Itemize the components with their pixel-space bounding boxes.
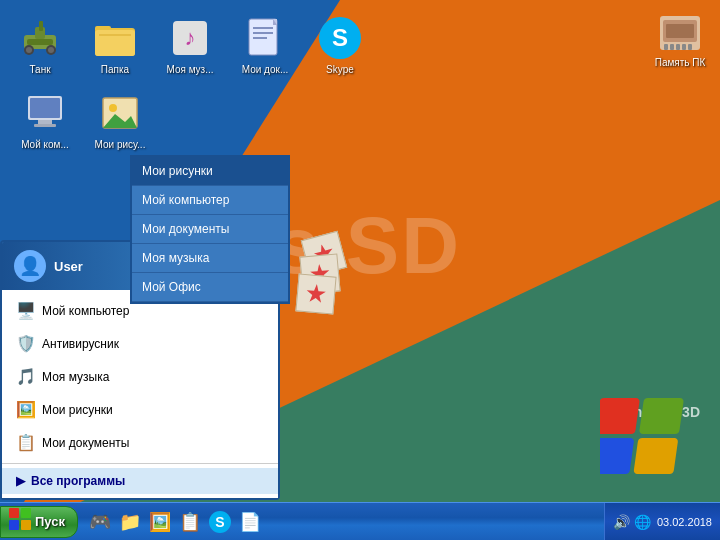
antivirus-icon: 🛡️ — [16, 334, 36, 353]
start-button-label: Пуск — [35, 514, 65, 529]
icon-folder-label: Папка — [101, 64, 129, 75]
svg-rect-38 — [38, 120, 52, 124]
svg-rect-17 — [95, 30, 135, 56]
desktop: ows SD Windows 3D — [0, 0, 720, 540]
svg-rect-34 — [682, 44, 686, 50]
svg-rect-30 — [666, 24, 694, 38]
svg-rect-25 — [253, 37, 267, 39]
svg-rect-35 — [688, 44, 692, 50]
icon-tank-label: Танк — [29, 64, 50, 75]
svg-rect-45 — [21, 508, 31, 518]
pictures-item-icon: 🖼️ — [16, 400, 36, 419]
svg-rect-23 — [253, 27, 273, 29]
svg-rect-10 — [39, 21, 43, 31]
system-clock: 03.02.2018 — [657, 516, 712, 528]
desktop-icons-top: Танк Папка ♪ Моя муз... — [0, 5, 380, 84]
svg-rect-33 — [676, 44, 680, 50]
svg-point-42 — [109, 104, 117, 112]
start-button[interactable]: Пуск — [0, 506, 78, 538]
all-programs-button[interactable]: ▶ Все программы — [2, 468, 278, 494]
folder-menu-item-documents[interactable]: Мои документы — [132, 215, 288, 244]
svg-point-12 — [26, 47, 32, 53]
tray-sound-icon[interactable]: 🔊 — [613, 514, 630, 530]
svg-text:♪: ♪ — [185, 25, 196, 50]
svg-rect-24 — [253, 32, 273, 34]
svg-point-14 — [48, 47, 54, 53]
folder-menu-item-office[interactable]: Мой Офис — [132, 273, 288, 302]
tray-network-icon[interactable]: 🌐 — [634, 514, 651, 530]
icon-docs[interactable]: Мои док... — [230, 10, 300, 79]
icon-mycomputer[interactable]: Мой ком... — [10, 85, 80, 154]
svg-rect-3 — [600, 398, 640, 434]
svg-rect-46 — [9, 520, 19, 530]
start-menu-item-pictures[interactable]: 🖼️ Мои рисунки — [2, 393, 278, 426]
icon-tank[interactable]: Танк — [5, 10, 75, 79]
folder-menu-item-pictures[interactable]: Мои рисунки — [132, 157, 288, 186]
svg-rect-8 — [27, 39, 53, 45]
stacked-icons — [295, 235, 345, 315]
icon-skype[interactable]: S Skype — [305, 10, 375, 79]
folder-menu-item-computer[interactable]: Мой компьютер — [132, 186, 288, 215]
menu-separator — [2, 463, 278, 464]
svg-rect-47 — [21, 520, 31, 530]
taskbar-quick-launch: 🎮 📁 🖼️ 📋 S 📄 — [82, 508, 268, 536]
taskbar: Пуск 🎮 📁 🖼️ 📋 S 📄 🔊 🌐 03.02.2018 — [0, 502, 720, 540]
start-menu-item-music[interactable]: 🎵 Моя музыка — [2, 360, 278, 393]
icon-mypictures-label: Мои рису... — [95, 139, 146, 150]
taskbar-icon-tank[interactable]: 🎮 — [86, 508, 114, 536]
svg-rect-44 — [9, 508, 19, 518]
taskbar-icon-doc[interactable]: 📄 — [236, 508, 264, 536]
folder-context-menu: Мои рисунки Мой компьютер Мои документы … — [130, 155, 290, 304]
taskbar-icon-docs2[interactable]: 📋 — [176, 508, 204, 536]
windows-flag-icon — [9, 508, 31, 535]
icon-skype-label: Skype — [326, 64, 354, 75]
svg-rect-6 — [633, 438, 678, 474]
music-icon-img: ♪ — [166, 14, 214, 62]
icon-music-label: Моя муз... — [166, 64, 213, 75]
icon-mypictures[interactable]: Мои рису... — [85, 85, 155, 154]
desktop-icons-row2: Мой ком... Мои рису... — [5, 80, 160, 159]
svg-rect-39 — [34, 124, 56, 127]
svg-rect-31 — [664, 44, 668, 50]
icon-docs-label: Мои док... — [242, 64, 288, 75]
icon-folder[interactable]: Папка — [80, 10, 150, 79]
windows-logo-watermark — [600, 398, 690, 482]
taskbar-icon-pictures[interactable]: 🖼️ — [146, 508, 174, 536]
tank-icon-img — [16, 14, 64, 62]
tray-icons: 🔊 🌐 — [613, 514, 651, 530]
start-menu-item-documents[interactable]: 📋 Мои документы — [2, 426, 278, 459]
computer-icon: 🖥️ — [16, 301, 36, 320]
memory-icon-img — [656, 9, 704, 57]
svg-rect-37 — [30, 98, 60, 118]
start-menu-item-antivirus[interactable]: 🛡️ Антивирусник — [2, 327, 278, 360]
svg-rect-32 — [670, 44, 674, 50]
svg-rect-5 — [600, 438, 634, 474]
user-name: User — [54, 259, 83, 274]
user-avatar: 👤 — [14, 250, 46, 282]
icon-mycomputer-label: Мой ком... — [21, 139, 69, 150]
svg-rect-4 — [639, 398, 684, 434]
taskbar-icon-folder[interactable]: 📁 — [116, 508, 144, 536]
folder-menu-item-music[interactable]: Моя музыка — [132, 244, 288, 273]
icon-memory-label: Память ПК — [655, 57, 706, 68]
allprograms-arrow-icon: ▶ — [16, 474, 25, 488]
folder-icon-img — [91, 14, 139, 62]
mypictures-icon-img — [96, 89, 144, 137]
documents-item-icon: 📋 — [16, 433, 36, 452]
docs-icon-img — [241, 14, 289, 62]
svg-rect-18 — [99, 34, 131, 36]
music-item-icon: 🎵 — [16, 367, 36, 386]
icon-memory[interactable]: Память ПК — [645, 5, 715, 72]
icon-music[interactable]: ♪ Моя муз... — [155, 10, 225, 79]
taskbar-icon-skype[interactable]: S — [206, 508, 234, 536]
mycomputer-icon-img — [21, 89, 69, 137]
system-tray: 🔊 🌐 03.02.2018 — [604, 503, 720, 540]
skype-icon-img: S — [316, 14, 364, 62]
start-menu-items: 🖥️ Мой компьютер 🛡️ Антивирусник 🎵 Моя м… — [2, 290, 278, 498]
taskbar-skype-icon: S — [209, 511, 231, 533]
